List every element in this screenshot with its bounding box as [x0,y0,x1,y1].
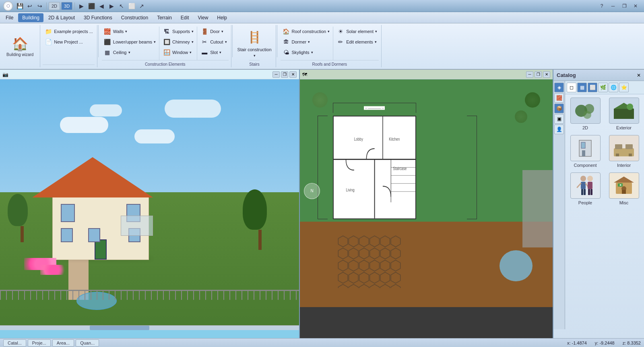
view2d-close[interactable]: ✕ [543,71,550,78]
view-3d-button[interactable]: 3D [61,2,72,10]
scrollbar-h[interactable] [0,325,299,330]
view3d-restore[interactable]: ❐ [281,71,288,78]
catalog-nav-person[interactable]: 👤 [554,125,564,134]
edit-elements-button[interactable]: ✏ Edit elements [335,37,379,47]
menu-terrain[interactable]: Terrain [153,13,176,22]
menu-edit[interactable]: Edit [177,13,193,22]
walls-label: Walls [113,29,124,34]
play-button[interactable]: ▶ [77,2,86,10]
door-label: Door [210,29,220,34]
supports-button[interactable]: 🏗 Supports [161,27,195,36]
building-wizard-button[interactable]: 🏠 Building wizard [2,35,37,58]
arrow-button[interactable]: ↗ [137,2,146,10]
catalog-toolbar-btn6[interactable]: ⭐ [619,83,629,92]
window-button[interactable]: 🪟 Window [161,48,195,57]
status-tab-area[interactable]: Area... [52,339,74,347]
catalog-toolbar-btn4[interactable]: 🌿 [598,83,608,92]
svg-rect-29 [581,182,586,189]
lower-upper-beams-button[interactable]: ⬛ Lower/upper beams [102,37,157,47]
view-2d[interactable]: 🗺 ─ ❐ ✕ [300,70,553,338]
view3d-minimize[interactable]: ─ [272,71,280,78]
close-button[interactable]: ✕ [630,2,641,10]
view2d-minimize[interactable]: ─ [526,71,533,78]
window-icon: 🪟 [163,48,171,56]
menu-view[interactable]: View [194,13,213,22]
cutout-label: Cutout [210,39,223,44]
door-button[interactable]: 🚪 Door [199,27,228,36]
status-tab-project[interactable]: Proje... [28,339,51,347]
stair-construction-button[interactable]: 🪜 Stair construction [236,29,273,58]
roof-construction-button[interactable]: 🏠 Roof construction [281,27,332,36]
plan-road [300,307,553,338]
svg-rect-21 [581,142,585,148]
catalog-label-misc: Misc [619,200,629,205]
catalog-toolbar-btn2[interactable]: ▦ [577,83,587,92]
stop-button[interactable]: ⬛ [87,2,96,10]
restore-button[interactable]: ❐ [619,2,630,10]
catalog-toolbar-btn1[interactable]: ◻ [567,83,576,92]
window-label: Window [172,50,188,55]
catalog-close-icon[interactable]: ✕ [637,73,641,78]
menu-construction[interactable]: Construction [117,13,152,22]
catalog-item-exterior[interactable]: Exterior [607,98,641,130]
status-tab-quantity[interactable]: Quan... [76,339,99,347]
tree2-canopy [243,189,267,230]
status-tab-catalog[interactable]: Catal... [3,339,26,347]
balcony [121,216,153,236]
catalog-item-interior[interactable]: Interior [607,135,641,168]
ceiling-label: Ceiling [113,50,127,55]
catalog-item-2d[interactable]: 2D [568,98,602,130]
menubar: File Building 2D & Layout 3D Functions C… [0,12,644,23]
new-project-button[interactable]: 📄 New Project ... [43,37,95,47]
menu-building[interactable]: Building [18,13,43,22]
catalog-item-component[interactable]: Component [568,135,602,168]
roof-icon: 🏠 [282,27,290,35]
catalog-nav-layers[interactable]: ▣ [554,114,564,124]
menu-2dlayout[interactable]: 2D & Layout [44,13,79,22]
ceiling-button[interactable]: ▦ Ceiling [102,48,157,57]
menu-file[interactable]: File [2,13,17,22]
view3d-titlebar: 📷 ─ ❐ ✕ [0,70,299,79]
view2d-restore[interactable]: ❐ [535,71,542,78]
catalog-nav-catalog[interactable]: 📦 [554,104,564,113]
quick-access-toolbar: 💾 ↩ ↪ 2D 3D ▶ ⬛ ◀ ▶ ↖ ⬜ ↗ [15,2,146,10]
minimize-button[interactable]: ─ [608,2,618,10]
cursor-button[interactable]: ↖ [117,2,126,10]
save-button[interactable]: 💾 [15,2,24,10]
edit-elements-label: Edit elements [346,39,373,44]
walls-button[interactable]: 🧱 Walls [102,27,157,36]
menu-help[interactable]: Help [213,13,231,22]
catalog-nav-materials[interactable]: 🧱 [554,93,564,103]
chimney-button[interactable]: 🔲 Chimney [161,37,195,47]
catalog-nav-view3d[interactable]: ◈ [554,83,564,92]
catalog-item-people[interactable]: People [568,172,602,205]
chimney-icon: 🔲 [163,38,171,46]
next-button2[interactable]: ▶ [107,2,116,10]
scroll-thumb[interactable] [90,326,150,330]
prev-button[interactable]: ◀ [97,2,106,10]
solar-element-button[interactable]: ☀ Solar element [335,27,379,36]
ribbon: 🏠 Building wizard 📁 Example projects ...… [0,23,644,70]
example-projects-button[interactable]: 📁 Example projects ... [43,27,95,36]
select-button[interactable]: ⬜ [127,2,136,10]
catalog-toolbar-btn5[interactable]: 🌐 [609,83,618,92]
svg-text:Staircase: Staircase [393,166,407,171]
slot-button[interactable]: ▬ Slot [199,48,228,57]
skylights-button[interactable]: 🌤 Skylights [281,48,332,57]
view-3d[interactable]: 📷 ─ ❐ ✕ [0,70,300,338]
view-2d-button[interactable]: 2D [49,2,60,10]
redo-button[interactable]: ↪ [35,2,44,10]
dormer-button[interactable]: 🏚 Dormer [281,37,332,47]
cutout-button[interactable]: ✂ Cutout [199,37,228,47]
svg-rect-24 [615,144,622,149]
help-button[interactable]: ? [597,2,607,10]
menu-3dfunctions[interactable]: 3D Functions [80,13,116,22]
tree1-canopy [8,194,28,226]
catalog-toolbar-btn3[interactable]: ⬜ [588,83,597,92]
undo-button[interactable]: ↩ [25,2,34,10]
ribbon-sep-3 [277,25,277,57]
view3d-close[interactable]: ✕ [289,71,297,78]
svg-point-34 [587,176,593,181]
catalog-item-misc[interactable]: Misc [607,172,641,205]
plan-floorplan: Lobby Kitchen Living Staircase [333,116,416,219]
